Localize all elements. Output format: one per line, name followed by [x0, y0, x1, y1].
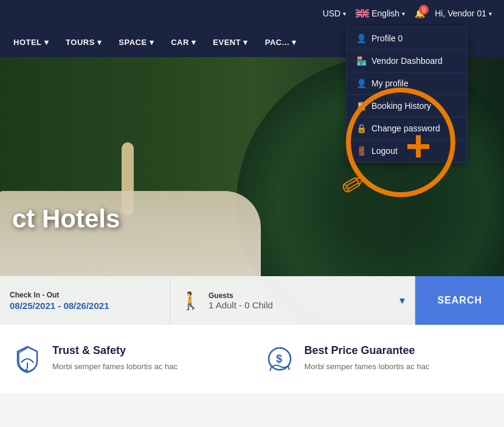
svg-text:$: $ — [276, 353, 282, 365]
dropdown-item-my-profile[interactable]: 👤 My profile — [347, 72, 467, 95]
date-field[interactable]: Check In - Out 08/25/2021 - 08/26/2021 — [0, 276, 170, 325]
guest-info: Guests 1 Adult - 0 Child — [209, 291, 392, 310]
user-menu[interactable]: Hi, Vendor 01 ▾ — [435, 9, 492, 18]
profile0-icon: 👤 — [356, 33, 367, 43]
hero-title: ct Hotels — [0, 204, 132, 234]
currency-arrow: ▾ — [343, 10, 346, 17]
trust-icon — [12, 344, 43, 373]
search-bar: Check In - Out 08/25/2021 - 08/26/2021 🚶… — [0, 276, 504, 325]
language-selector[interactable]: English ▾ — [356, 9, 405, 18]
nav-event-label: EVENT — [213, 38, 241, 47]
feature-trust-title: Trust & Safety — [52, 344, 178, 357]
dropdown-item-logout[interactable]: 🚪 Logout — [347, 140, 467, 162]
dropdown-item-booking-label: Booking History — [371, 101, 431, 111]
logout-icon: 🚪 — [356, 146, 367, 156]
booking-history-icon: 📋 — [356, 101, 367, 111]
nav-event[interactable]: EVENT ▾ — [205, 33, 255, 52]
guests-value: 1 Adult - 0 Child — [209, 300, 392, 310]
user-arrow: ▾ — [489, 10, 492, 17]
nav-space[interactable]: SPACE ▾ — [111, 33, 161, 52]
vendor-dashboard-icon: 🏪 — [356, 56, 367, 66]
notifications-bell[interactable]: 🔔 0 — [415, 9, 425, 18]
price-icon: $ — [264, 344, 295, 373]
dropdown-item-change-password[interactable]: 🔒 Change password — [347, 117, 467, 140]
dropdown-item-booking-history[interactable]: 📋 Booking History — [347, 95, 467, 117]
nav-pac[interactable]: PAC... ▾ — [258, 33, 304, 52]
feature-price-desc: Morbi semper fames lobortis ac hac — [305, 361, 430, 373]
user-dropdown: 👤 Profile 0 🏪 Vendor Dashboard 👤 My prof… — [346, 27, 468, 162]
flag-icon — [356, 9, 369, 18]
dropdown-item-vendor-label: Vendor Dashboard — [371, 56, 443, 66]
feature-trust: Trust & Safety Morbi semper fames lobort… — [12, 344, 240, 373]
nav-pac-arrow: ▾ — [292, 38, 297, 47]
nav-space-arrow: ▾ — [150, 38, 154, 47]
date-value: 08/25/2021 - 08/26/2021 — [10, 300, 160, 311]
currency-label: USD — [323, 9, 341, 18]
nav-car[interactable]: CAR ▾ — [164, 33, 203, 52]
dropdown-item-logout-label: Logout — [371, 146, 398, 156]
feature-price: $ Best Price Guarantee Morbi semper fame… — [264, 344, 492, 373]
nav-hotel[interactable]: HOTEL ▾ — [6, 33, 56, 52]
top-bar: USD ▾ English ▾ 🔔 0 Hi, Vendor 01 ▾ 👤 Pr… — [0, 0, 504, 27]
feature-trust-content: Trust & Safety Morbi semper fames lobort… — [52, 344, 178, 373]
nav-event-arrow: ▾ — [243, 38, 248, 47]
language-label: English — [371, 9, 399, 18]
guests-dropdown-arrow[interactable]: ▾ — [399, 294, 405, 307]
nav-car-label: CAR — [171, 38, 189, 47]
nav-pac-label: PAC... — [265, 38, 289, 47]
nav-tours[interactable]: TOURS ▾ — [58, 33, 109, 52]
feature-trust-desc: Morbi semper fames lobortis ac hac — [52, 361, 178, 373]
my-profile-icon: 👤 — [356, 78, 367, 88]
nav-hotel-arrow: ▾ — [44, 38, 49, 47]
dropdown-item-vendor-dashboard[interactable]: 🏪 Vendor Dashboard — [347, 50, 467, 72]
dropdown-item-my-profile-label: My profile — [371, 78, 409, 88]
features-section: Trust & Safety Morbi semper fames lobort… — [0, 325, 504, 393]
hero-bed — [0, 191, 261, 276]
guests-label: Guests — [209, 291, 392, 300]
user-greeting: Hi, Vendor 01 — [435, 9, 486, 18]
nav-tours-arrow: ▾ — [97, 38, 102, 47]
feature-price-title: Best Price Guarantee — [305, 344, 430, 357]
guests-field[interactable]: 🚶 Guests 1 Adult - 0 Child ▾ — [170, 276, 415, 325]
nav-car-arrow: ▾ — [192, 38, 196, 47]
nav-space-label: SPACE — [119, 38, 147, 47]
date-label: Check In - Out — [10, 291, 160, 299]
nav-tours-label: TOURS — [66, 38, 95, 47]
currency-selector[interactable]: USD ▾ — [323, 9, 347, 18]
dropdown-item-profile0-label: Profile 0 — [371, 33, 402, 43]
guest-person-icon: 🚶 — [180, 291, 201, 311]
search-button[interactable]: SEARCH — [415, 276, 504, 325]
dropdown-item-profile0[interactable]: 👤 Profile 0 — [347, 27, 467, 50]
nav-hotel-label: HOTEL — [13, 38, 42, 47]
dropdown-item-password-label: Change password — [371, 123, 440, 133]
feature-price-content: Best Price Guarantee Morbi semper fames … — [305, 344, 430, 373]
notification-badge: 0 — [419, 5, 429, 15]
language-arrow: ▾ — [402, 10, 405, 17]
change-password-icon: 🔒 — [356, 123, 367, 133]
